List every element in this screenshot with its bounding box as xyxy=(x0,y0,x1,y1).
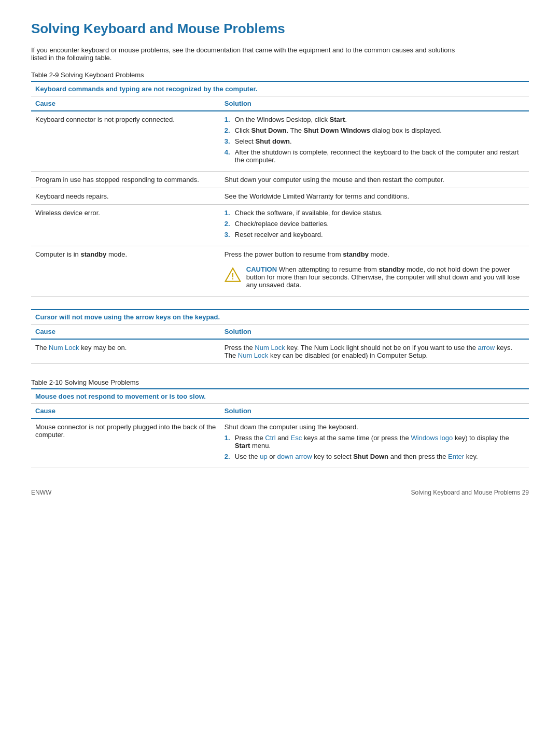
table-row: Wireless device error. 1.Check the softw… xyxy=(31,205,529,246)
table-row: Program in use has stopped responding to… xyxy=(31,172,529,188)
table9-section: Keyboard commands and typing are not rec… xyxy=(31,81,529,364)
solution-cell: 1.Check the software, if available, for … xyxy=(220,205,529,246)
solution-cell: Press the Num Lock key. The Num Lock lig… xyxy=(220,339,529,364)
table9-section2: Cause Solution The Num Lock key may be o… xyxy=(31,325,529,364)
col-solution-header: Solution xyxy=(220,325,529,339)
solution-cell: Shut down the computer using the keyboar… xyxy=(220,418,529,468)
standby-solution: Press the power button to resume from st… xyxy=(225,250,525,258)
table9-section-header: Keyboard commands and typing are not rec… xyxy=(31,81,529,96)
caution-triangle-icon: ! xyxy=(225,266,241,283)
list-item: 2.Use the up or down arrow key to select… xyxy=(225,453,525,460)
table9-col-solution: Solution xyxy=(220,96,529,111)
list-item: 4.After the shutdown is complete, reconn… xyxy=(225,148,525,164)
table-row: Keyboard connector is not properly conne… xyxy=(31,111,529,172)
table9: Cause Solution Keyboard connector is not… xyxy=(31,96,529,297)
table10: Cause Solution Mouse connector is not pr… xyxy=(31,404,529,468)
table-row: Computer is in standby mode. Press the p… xyxy=(31,246,529,297)
table9-label: Table 2-9 Solving Keyboard Problems xyxy=(31,71,144,79)
list-item: 2.Click Shut Down. The Shut Down Windows… xyxy=(225,126,525,134)
footer-left: ENWW xyxy=(31,489,51,496)
list-item: 1.On the Windows Desktop, click Start. xyxy=(225,116,525,123)
solution-cell: See the Worldwide Limited Warranty for t… xyxy=(220,188,529,205)
footer-right: Solving Keyboard and Mouse Problems 29 xyxy=(411,489,529,496)
intro-text: If you encounter keyboard or mouse probl… xyxy=(31,46,456,62)
page-title: Solving Keyboard and Mouse Problems xyxy=(31,21,529,37)
table9-section2-header: Cursor will not move using the arrow key… xyxy=(31,309,529,325)
list-item: 1.Press the Ctrl and Esc keys at the sam… xyxy=(225,434,525,449)
table10-label: Table 2-10 Solving Mouse Problems xyxy=(31,378,139,386)
caution-box: ! CAUTION When attempting to resume from… xyxy=(225,262,525,292)
col-cause-header: Cause xyxy=(31,325,220,339)
table-row: Mouse connector is not properly plugged … xyxy=(31,418,529,468)
col-solution-header: Solution xyxy=(220,404,529,418)
col-cause-header: Cause xyxy=(31,404,220,418)
solution-cell: 1.On the Windows Desktop, click Start. 2… xyxy=(220,111,529,172)
cause-cell: Keyboard connector is not properly conne… xyxy=(31,111,220,172)
solution-first-line: Shut down the computer using the keyboar… xyxy=(225,423,525,431)
table10-section-header: Mouse does not respond to movement or is… xyxy=(31,388,529,404)
list-item: 1.Check the software, if available, for … xyxy=(225,209,525,217)
table10-section: Mouse does not respond to movement or is… xyxy=(31,388,529,468)
caution-text: CAUTION When attempting to resume from s… xyxy=(246,265,525,289)
cause-cell: Mouse connector is not properly plugged … xyxy=(31,418,220,468)
list-item: 2.Check/replace device batteries. xyxy=(225,220,525,228)
table9-col-cause: Cause xyxy=(31,96,220,111)
footer: ENWW Solving Keyboard and Mouse Problems… xyxy=(31,489,529,496)
table-row: The Num Lock key may be on. Press the Nu… xyxy=(31,339,529,364)
cause-cell: Wireless device error. xyxy=(31,205,220,246)
solution-cell: Shut down your computer using the mouse … xyxy=(220,172,529,188)
cause-cell: The Num Lock key may be on. xyxy=(31,339,220,364)
cause-cell: Keyboard needs repairs. xyxy=(31,188,220,205)
list-item: 3.Select Shut down. xyxy=(225,137,525,145)
list-item: 3.Reset receiver and keyboard. xyxy=(225,231,525,238)
table-row: Keyboard needs repairs. See the Worldwid… xyxy=(31,188,529,205)
svg-text:!: ! xyxy=(231,272,234,281)
cause-cell: Computer is in standby mode. xyxy=(31,246,220,297)
solution-cell: Press the power button to resume from st… xyxy=(220,246,529,297)
cause-cell: Program in use has stopped responding to… xyxy=(31,172,220,188)
